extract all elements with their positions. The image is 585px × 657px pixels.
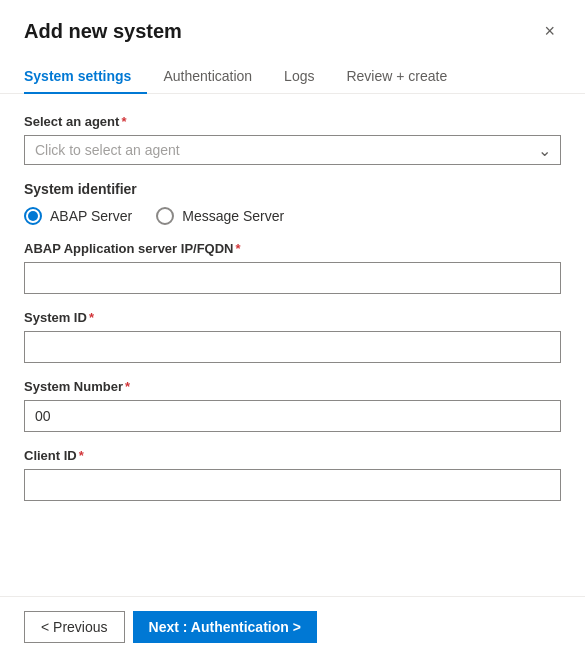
agent-required-star: * [121, 114, 126, 129]
abap-ip-input[interactable] [24, 262, 561, 294]
close-button[interactable]: × [538, 20, 561, 42]
tab-authentication[interactable]: Authentication [147, 60, 268, 94]
client-id-required-star: * [79, 448, 84, 463]
client-id-input[interactable] [24, 469, 561, 501]
client-id-group: Client ID* [24, 448, 561, 501]
client-id-label: Client ID* [24, 448, 561, 463]
dialog-title: Add new system [24, 20, 182, 43]
radio-message-server[interactable]: Message Server [156, 207, 284, 225]
dialog-body: Select an agent* Click to select an agen… [0, 94, 585, 596]
radio-abap-server[interactable]: ABAP Server [24, 207, 132, 225]
agent-label: Select an agent* [24, 114, 561, 129]
abap-ip-label: ABAP Application server IP/FQDN* [24, 241, 561, 256]
system-id-label: System ID* [24, 310, 561, 325]
add-new-system-dialog: Add new system × System settings Authent… [0, 0, 585, 657]
system-id-group: System ID* [24, 310, 561, 363]
next-button[interactable]: Next : Authentication > [133, 611, 317, 643]
tab-system-settings[interactable]: System settings [24, 60, 147, 94]
abap-ip-required-star: * [236, 241, 241, 256]
system-number-required-star: * [125, 379, 130, 394]
agent-select-wrapper: Click to select an agent ⌄ [24, 135, 561, 165]
abap-ip-group: ABAP Application server IP/FQDN* [24, 241, 561, 294]
radio-group: ABAP Server Message Server [24, 207, 561, 225]
system-number-group: System Number* [24, 379, 561, 432]
system-number-input[interactable] [24, 400, 561, 432]
system-id-input[interactable] [24, 331, 561, 363]
dialog-footer: < Previous Next : Authentication > [0, 596, 585, 657]
system-identifier-label: System identifier [24, 181, 561, 197]
radio-abap-indicator [24, 207, 42, 225]
system-number-label: System Number* [24, 379, 561, 394]
tabs-container: System settings Authentication Logs Revi… [0, 59, 585, 94]
tab-logs[interactable]: Logs [268, 60, 330, 94]
tab-review-create[interactable]: Review + create [330, 60, 463, 94]
previous-button[interactable]: < Previous [24, 611, 125, 643]
system-id-required-star: * [89, 310, 94, 325]
system-identifier-group: System identifier ABAP Server Message Se… [24, 181, 561, 225]
radio-message-indicator [156, 207, 174, 225]
dialog-header: Add new system × [0, 0, 585, 43]
agent-select[interactable]: Click to select an agent [24, 135, 561, 165]
agent-field-group: Select an agent* Click to select an agen… [24, 114, 561, 165]
